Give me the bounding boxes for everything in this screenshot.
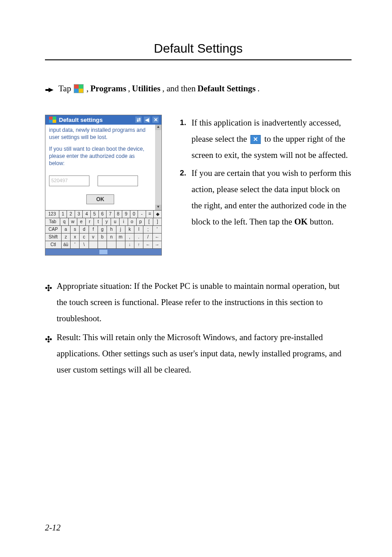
key[interactable]: s xyxy=(71,226,80,233)
key[interactable]: \ xyxy=(80,241,89,248)
key[interactable]: q xyxy=(60,218,69,225)
key[interactable]: 7 xyxy=(107,211,115,218)
key[interactable]: a xyxy=(62,226,71,233)
key[interactable]: 123 xyxy=(45,211,59,218)
key[interactable]: o xyxy=(128,218,137,225)
key[interactable]: v xyxy=(89,234,98,241)
key[interactable]: r xyxy=(86,218,94,225)
key[interactable]: Tab xyxy=(45,218,60,225)
and-then: , and then xyxy=(162,83,196,95)
key[interactable]: 5 xyxy=(91,211,99,218)
key[interactable]: t xyxy=(94,218,102,225)
code-display: 520497 xyxy=(49,175,89,186)
windows-logo-icon xyxy=(74,84,84,93)
key[interactable]: 9 xyxy=(122,211,130,218)
key[interactable]: ← xyxy=(153,234,161,241)
close-icon[interactable]: ✕ xyxy=(152,117,159,123)
step-2: If you are certain that you wish to perf… xyxy=(180,165,352,230)
svg-point-2 xyxy=(45,287,48,289)
svg-point-6 xyxy=(48,341,50,343)
key[interactable]: , xyxy=(125,234,134,241)
ok-button[interactable]: OK xyxy=(86,194,114,204)
key[interactable]: c xyxy=(80,234,89,241)
key[interactable] xyxy=(98,241,107,248)
key[interactable]: ] xyxy=(153,218,161,225)
key[interactable]: h xyxy=(107,226,116,233)
key[interactable]: ↓ xyxy=(125,241,134,248)
key[interactable]: . xyxy=(134,234,143,241)
key[interactable]: ↑ xyxy=(134,241,143,248)
key[interactable]: → xyxy=(153,241,161,248)
tap-text: Tap xyxy=(58,83,71,95)
key[interactable]: ← xyxy=(143,241,152,248)
sip-toggle-icon[interactable] xyxy=(99,250,107,254)
key[interactable]: d xyxy=(80,226,89,233)
start-icon[interactable] xyxy=(49,117,56,123)
key[interactable]: z xyxy=(62,234,71,241)
key[interactable]: 2 xyxy=(67,211,75,218)
key[interactable]: g xyxy=(98,226,107,233)
key[interactable]: 0 xyxy=(130,211,138,218)
on-screen-keyboard[interactable]: 1231234567890-=◆ Tabqwertyuiop[] CAPasdf… xyxy=(45,210,161,255)
key[interactable]: 3 xyxy=(75,211,83,218)
path-item-utilities: Utilities xyxy=(132,83,160,95)
scroll-up-icon[interactable]: ▲ xyxy=(155,125,161,130)
screenshot-title-text: Default settings xyxy=(59,117,134,123)
key[interactable]: l xyxy=(134,226,143,233)
step2-b: button. xyxy=(307,217,334,226)
key[interactable] xyxy=(107,241,116,248)
flower-bullet-icon xyxy=(45,332,52,339)
svg-point-1 xyxy=(48,289,50,291)
key[interactable]: [ xyxy=(145,218,153,225)
screenshot-warn1: input data, newly installed programs and… xyxy=(49,126,151,141)
svg-point-5 xyxy=(48,336,50,338)
key[interactable]: k xyxy=(125,226,134,233)
scroll-down-icon[interactable]: ▼ xyxy=(155,205,161,210)
key[interactable]: u xyxy=(111,218,120,225)
svg-point-8 xyxy=(50,338,52,341)
title-rule xyxy=(45,59,352,60)
path-item-programs: Programs xyxy=(90,83,126,95)
bullet-result-text: Result: This will retain only the Micros… xyxy=(57,332,341,374)
key[interactable]: 8 xyxy=(115,211,123,218)
key[interactable]: p xyxy=(137,218,145,225)
key[interactable]: ' xyxy=(153,226,161,233)
key[interactable]: ; xyxy=(143,226,152,233)
code-input[interactable] xyxy=(98,175,138,186)
signal-icon[interactable]: ⇄ xyxy=(135,117,142,123)
key[interactable]: ◆ xyxy=(154,211,161,218)
key[interactable]: n xyxy=(107,234,116,241)
key[interactable]: b xyxy=(98,234,107,241)
volume-icon[interactable]: ◀ xyxy=(144,117,150,123)
key[interactable]: y xyxy=(102,218,111,225)
key[interactable] xyxy=(89,241,98,248)
flower-bullet-icon xyxy=(45,281,52,288)
svg-point-0 xyxy=(48,284,50,287)
key[interactable]: 4 xyxy=(83,211,91,218)
key[interactable]: 1 xyxy=(59,211,67,218)
key[interactable]: f xyxy=(89,226,98,233)
key[interactable]: m xyxy=(116,234,125,241)
key[interactable]: x xyxy=(71,234,80,241)
key[interactable]: Ctl xyxy=(45,241,62,248)
key[interactable]: áü xyxy=(62,241,71,248)
svg-point-7 xyxy=(45,338,48,341)
key[interactable]: - xyxy=(138,211,146,218)
key[interactable]: Shift xyxy=(45,234,62,241)
key[interactable]: = xyxy=(146,211,154,218)
key[interactable]: i xyxy=(120,218,128,225)
screenshot: Default settings ⇄ ◀ ✕ ▲ ▼ input data, n… xyxy=(45,115,162,256)
period: . xyxy=(258,83,260,95)
key[interactable] xyxy=(116,241,125,248)
svg-point-4 xyxy=(48,287,49,289)
key[interactable]: / xyxy=(143,234,152,241)
key[interactable]: w xyxy=(69,218,77,225)
comma1: , xyxy=(86,83,89,95)
key[interactable]: CAP xyxy=(45,226,62,233)
key[interactable]: j xyxy=(116,226,125,233)
key[interactable]: 6 xyxy=(99,211,107,218)
path-item-default-settings: Default Settings xyxy=(197,83,255,95)
key[interactable]: e xyxy=(77,218,86,225)
keyboard-taskbar[interactable] xyxy=(45,249,161,255)
key[interactable]: ' xyxy=(71,241,80,248)
